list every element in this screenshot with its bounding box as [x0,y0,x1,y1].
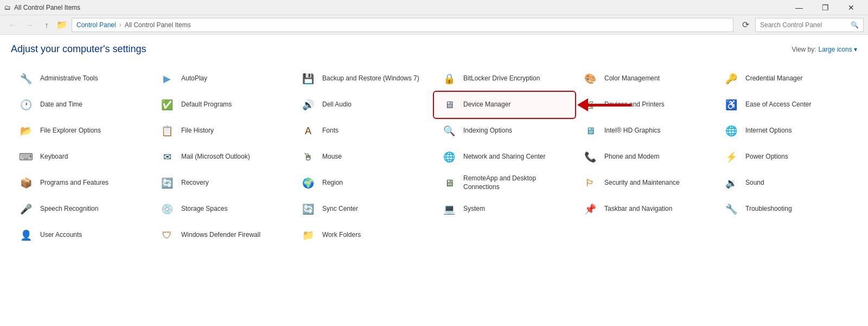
item-label-mail-outlook: Mail (Microsoft Outlook) [181,153,250,161]
item-icon-admin-tools: 🔧 [17,70,35,87]
item-icon-speech-recog: 🎤 [17,200,35,218]
item-icon-ease-access: ♿ [723,96,740,114]
item-label-troubleshoot: Troubleshooting [745,205,792,214]
item-icon-storage-spaces: 💿 [158,200,176,218]
item-label-devices-printers: Devices and Printers [604,101,665,109]
control-item-phone-modem[interactable]: 📞Phone and Modem [575,144,716,170]
control-item-devices-printers[interactable]: 🖨Devices and Printers [575,92,716,118]
control-item-power-options[interactable]: ⚡Power Options [716,144,857,170]
item-icon-file-history: 📋 [158,122,176,140]
item-label-phone-modem: Phone and Modem [604,153,659,161]
item-icon-user-accounts: 👤 [17,227,35,244]
item-icon-troubleshoot: 🔧 [723,200,740,218]
control-item-taskbar-nav[interactable]: 📌Taskbar and Navigation [575,196,716,222]
item-icon-system: 💻 [441,200,458,218]
item-label-file-explorer: File Explorer Options [40,127,101,135]
control-item-device-mgr[interactable]: 🖥Device Manager [434,92,575,118]
control-item-troubleshoot[interactable]: 🔧Troubleshooting [716,196,857,222]
item-label-intel-hd: Intel® HD Graphics [604,127,661,135]
item-label-network-sharing: Network and Sharing Center [463,153,545,161]
item-icon-autoplay: ▶ [158,70,176,87]
control-item-user-accounts[interactable]: 👤User Accounts [11,222,152,248]
control-item-sync-center[interactable]: 🔄Sync Center [293,196,434,222]
control-item-internet-options[interactable]: 🌐Internet Options [716,118,857,144]
control-item-dell-audio[interactable]: 🔊Dell Audio [293,92,434,118]
item-icon-network-sharing: 🌐 [441,148,458,166]
control-item-keyboard[interactable]: ⌨Keyboard [11,144,152,170]
view-by-value[interactable]: Large icons ▾ [819,46,857,53]
control-item-file-history[interactable]: 📋File History [152,118,293,144]
control-item-default-progs[interactable]: ✅Default Programs [152,92,293,118]
item-icon-color-mgmt: 🎨 [582,70,599,87]
page-header: Adjust your computer's settings View by:… [11,43,857,55]
control-item-file-explorer[interactable]: 📂File Explorer Options [11,118,152,144]
title-bar-left: 🗂 All Control Panel Items [4,4,80,11]
item-icon-security-maint: 🏳 [582,174,599,192]
item-label-dell-audio: Dell Audio [322,101,352,109]
view-by: View by: Large icons ▾ [792,46,857,53]
control-item-win-defender[interactable]: 🛡Windows Defender Firewall [152,222,293,248]
control-item-security-maint[interactable]: 🏳Security and Maintenance [575,170,716,196]
control-item-region[interactable]: 🌍Region [293,170,434,196]
refresh-button[interactable]: ⟳ [738,18,753,32]
item-icon-sync-center: 🔄 [299,200,317,218]
control-item-mail-outlook[interactable]: ✉Mail (Microsoft Outlook) [152,144,293,170]
item-icon-credential-mgr: 🔑 [723,70,740,87]
item-label-color-mgmt: Color Management [604,74,660,83]
control-item-color-mgmt[interactable]: 🎨Color Management [575,66,716,92]
item-icon-sound: 🔉 [723,174,740,192]
search-icon: 🔍 [851,21,859,29]
item-label-taskbar-nav: Taskbar and Navigation [604,205,672,214]
item-label-backup-restore: Backup and Restore (Windows 7) [322,74,419,83]
control-item-ease-access[interactable]: ♿Ease of Access Center [716,92,857,118]
control-item-speech-recog[interactable]: 🎤Speech Recognition [11,196,152,222]
breadcrumb-all-items[interactable]: All Control Panel Items [125,21,191,29]
item-label-internet-options: Internet Options [745,127,792,135]
control-item-date-time[interactable]: 🕐Date and Time [11,92,152,118]
control-item-system[interactable]: 💻System [434,196,575,222]
item-icon-dell-audio: 🔊 [299,96,317,114]
item-label-speech-recog: Speech Recognition [40,205,98,214]
control-item-storage-spaces[interactable]: 💿Storage Spaces [152,196,293,222]
control-item-work-folders[interactable]: 📁Work Folders [293,222,434,248]
control-item-backup-restore[interactable]: 💾Backup and Restore (Windows 7) [293,66,434,92]
control-item-admin-tools[interactable]: 🔧Administrative Tools [11,66,152,92]
up-button[interactable]: ↑ [39,17,54,33]
close-button[interactable]: ✕ [839,0,864,15]
item-icon-recovery: 🔄 [158,174,176,192]
item-label-system: System [463,205,485,214]
item-icon-remoteapp: 🖥 [441,174,458,192]
item-label-security-maint: Security and Maintenance [604,179,680,187]
control-item-indexing[interactable]: 🔍Indexing Options [434,118,575,144]
control-item-intel-hd[interactable]: 🖥Intel® HD Graphics [575,118,716,144]
control-item-mouse[interactable]: 🖱Mouse [293,144,434,170]
item-icon-date-time: 🕐 [17,96,35,114]
item-label-sync-center: Sync Center [322,205,358,214]
control-item-bitlocker[interactable]: 🔒BitLocker Drive Encryption [434,66,575,92]
item-icon-intel-hd: 🖥 [582,122,599,140]
restore-button[interactable]: ❐ [813,0,838,15]
item-label-user-accounts: User Accounts [40,231,82,240]
view-by-label: View by: [792,46,816,53]
minimize-button[interactable]: — [787,0,812,15]
address-bar[interactable]: Control Panel › All Control Panel Items [72,18,733,32]
control-item-programs-features[interactable]: 📦Programs and Features [11,170,152,196]
search-bar[interactable]: 🔍 [755,18,864,32]
control-item-recovery[interactable]: 🔄Recovery [152,170,293,196]
item-label-default-progs: Default Programs [181,101,232,109]
breadcrumb-control-panel[interactable]: Control Panel [76,21,116,29]
control-item-fonts[interactable]: AFonts [293,118,434,144]
item-label-bitlocker: BitLocker Drive Encryption [463,74,540,83]
control-item-network-sharing[interactable]: 🌐Network and Sharing Center [434,144,575,170]
item-icon-keyboard: ⌨ [17,148,35,166]
control-item-credential-mgr[interactable]: 🔑Credential Manager [716,66,857,92]
forward-button[interactable]: → [22,17,37,33]
control-item-remoteapp[interactable]: 🖥RemoteApp and Desktop Connections [434,170,575,196]
search-input[interactable] [760,21,847,29]
control-item-sound[interactable]: 🔉Sound [716,170,857,196]
control-item-autoplay[interactable]: ▶AutoPlay [152,66,293,92]
item-icon-power-options: ⚡ [723,148,740,166]
main-content: Adjust your computer's settings View by:… [0,35,868,326]
back-button[interactable]: ← [4,17,20,33]
item-icon-taskbar-nav: 📌 [582,200,599,218]
